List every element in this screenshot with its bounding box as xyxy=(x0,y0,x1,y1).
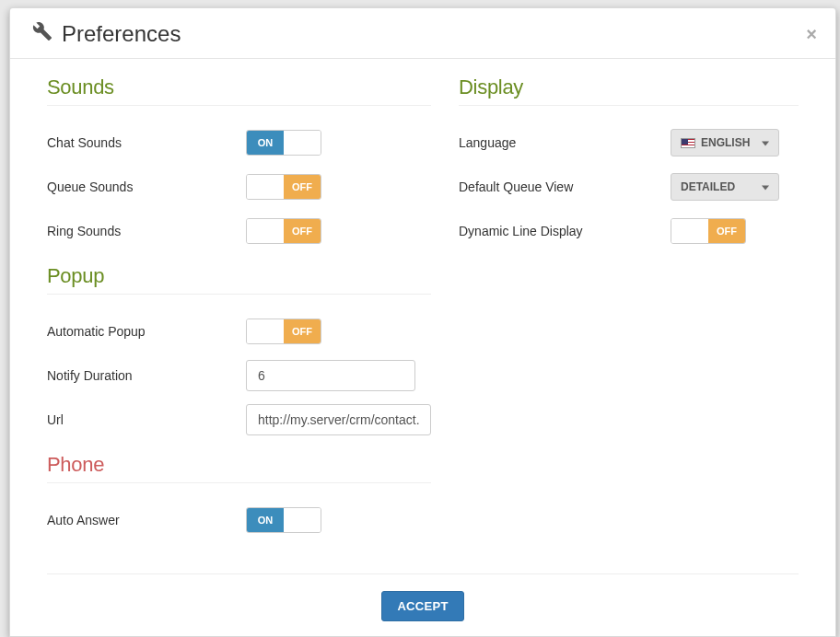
default-queue-value: DETAILED xyxy=(681,180,735,193)
modal-title: Preferences xyxy=(32,21,181,47)
left-column: Sounds Chat Sounds ON Queue Sounds xyxy=(47,75,431,553)
display-heading: Display xyxy=(459,75,799,99)
ring-sounds-toggle[interactable]: OFF xyxy=(246,218,321,244)
toggle-on-text: ON xyxy=(247,508,284,532)
chevron-down-icon xyxy=(762,142,769,146)
sounds-section: Sounds Chat Sounds ON Queue Sounds xyxy=(47,75,431,251)
url-row: Url xyxy=(47,400,431,440)
toggle-off-text: OFF xyxy=(708,219,745,243)
modal-body: Sounds Chat Sounds ON Queue Sounds xyxy=(10,59,835,636)
automatic-popup-row: Automatic Popup OFF xyxy=(47,311,431,352)
chat-sounds-toggle[interactable]: ON xyxy=(246,130,321,156)
phone-section: Phone Auto Answer ON xyxy=(47,453,431,540)
close-button[interactable]: × xyxy=(806,25,817,43)
right-column: Display Language ENGLISH Default Queue V… xyxy=(459,75,799,553)
toggle-off-text: OFF xyxy=(284,219,321,243)
language-select[interactable]: ENGLISH xyxy=(671,129,779,156)
chat-sounds-row: Chat Sounds ON xyxy=(47,122,431,163)
default-queue-label: Default Queue View xyxy=(459,180,671,194)
toggle-off-text: OFF xyxy=(284,175,321,199)
preferences-modal: Preferences × Sounds Chat Sounds ON xyxy=(9,7,836,637)
modal-title-text: Preferences xyxy=(62,21,181,47)
dynamic-line-label: Dynamic Line Display xyxy=(459,224,671,238)
toggle-off-text: OFF xyxy=(284,319,321,343)
ring-sounds-row: Ring Sounds OFF xyxy=(47,211,431,251)
notify-duration-input[interactable] xyxy=(246,360,415,391)
display-section: Display Language ENGLISH Default Queue V… xyxy=(459,75,799,251)
wrench-icon xyxy=(32,21,52,47)
notify-duration-label: Notify Duration xyxy=(47,368,246,383)
default-queue-select[interactable]: DETAILED xyxy=(671,173,779,201)
queue-sounds-label: Queue Sounds xyxy=(47,180,246,194)
queue-sounds-row: Queue Sounds OFF xyxy=(47,167,431,207)
footer-divider xyxy=(47,573,799,574)
toggle-on-text: ON xyxy=(247,131,284,155)
dynamic-line-row: Dynamic Line Display OFF xyxy=(459,211,799,251)
footer-actions: ACCEPT xyxy=(47,591,799,631)
sounds-heading: Sounds xyxy=(47,75,431,99)
automatic-popup-label: Automatic Popup xyxy=(47,324,246,339)
language-row: Language ENGLISH xyxy=(459,122,799,163)
language-label: Language xyxy=(459,135,671,150)
auto-answer-row: Auto Answer ON xyxy=(47,500,431,540)
divider xyxy=(47,294,431,295)
modal-header: Preferences × xyxy=(10,8,835,59)
default-queue-row: Default Queue View DETAILED xyxy=(459,167,799,207)
url-input[interactable] xyxy=(246,404,431,435)
notify-duration-row: Notify Duration xyxy=(47,355,431,396)
chat-sounds-label: Chat Sounds xyxy=(47,135,246,150)
url-label: Url xyxy=(47,412,246,427)
queue-sounds-toggle[interactable]: OFF xyxy=(246,174,321,200)
language-value: ENGLISH xyxy=(701,136,750,149)
chevron-down-icon xyxy=(762,186,769,191)
close-icon: × xyxy=(806,24,817,44)
auto-answer-label: Auto Answer xyxy=(47,513,246,527)
ring-sounds-label: Ring Sounds xyxy=(47,224,246,238)
popup-section: Popup Automatic Popup OFF Notify Duratio… xyxy=(47,264,431,440)
phone-heading: Phone xyxy=(47,453,431,477)
accept-button[interactable]: ACCEPT xyxy=(381,591,463,621)
divider xyxy=(47,482,431,483)
dynamic-line-toggle[interactable]: OFF xyxy=(671,218,746,244)
automatic-popup-toggle[interactable]: OFF xyxy=(246,318,321,344)
popup-heading: Popup xyxy=(47,264,431,288)
divider xyxy=(459,105,799,106)
flag-us-icon xyxy=(681,138,695,148)
divider xyxy=(47,105,431,106)
auto-answer-toggle[interactable]: ON xyxy=(246,507,321,533)
